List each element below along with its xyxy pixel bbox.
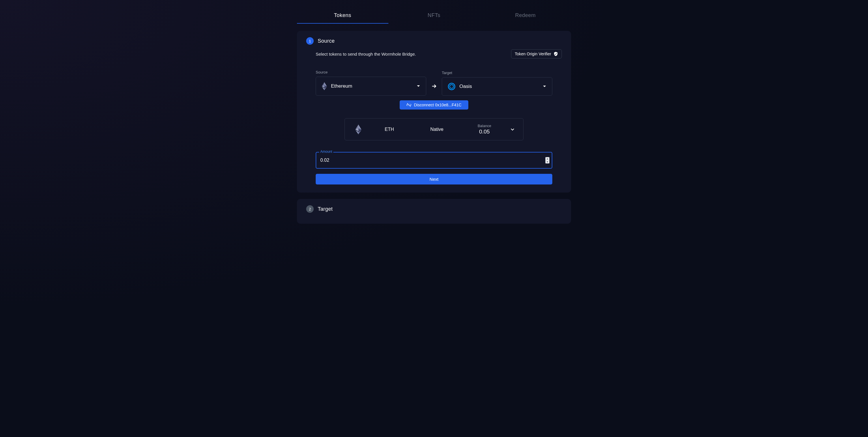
token-selector[interactable]: ETH Native Balance 0.05 (345, 118, 523, 140)
token-origin-verifier-button[interactable]: Token Origin Verifier (511, 49, 562, 59)
disconnect-label: Disconnect 0x10e8...F41C (414, 103, 462, 107)
source-step-header: 1 Source (306, 37, 562, 45)
token-type: Native (413, 127, 461, 132)
ethereum-icon (355, 125, 362, 134)
unlink-icon (407, 103, 411, 107)
target-card: 2 Target (297, 199, 571, 224)
ethereum-icon (322, 82, 327, 90)
source-card: 1 Source Select tokens to send through t… (297, 31, 571, 193)
next-button[interactable]: Next (316, 174, 552, 184)
target-chain-label: Target (442, 71, 552, 75)
source-chain-label: Source (316, 70, 426, 74)
token-symbol: ETH (366, 127, 413, 132)
target-title: Target (318, 206, 333, 212)
arrow-right-icon (431, 83, 437, 96)
amount-input[interactable] (316, 152, 552, 169)
target-step-header: 2 Target (306, 205, 562, 213)
source-chain-value: Ethereum (331, 83, 352, 89)
balance-value: 0.05 (461, 129, 508, 135)
target-chain-value: Oasis (459, 83, 472, 89)
chevron-down-icon (543, 85, 546, 88)
main-tabs: Tokens NFTs Redeem (297, 7, 571, 24)
shield-check-icon (554, 52, 558, 56)
step-number-1: 1 (306, 37, 314, 45)
chevron-down-icon (417, 85, 420, 87)
verifier-label: Token Origin Verifier (515, 52, 551, 56)
tab-redeem[interactable]: Redeem (479, 7, 571, 24)
source-chain-select[interactable]: Ethereum (316, 77, 426, 96)
svg-point-0 (448, 83, 455, 90)
source-title: Source (318, 38, 335, 44)
stepper-up[interactable]: ▲ (546, 157, 550, 160)
tab-tokens[interactable]: Tokens (297, 7, 389, 24)
svg-point-1 (450, 85, 454, 89)
tab-nfts[interactable]: NFTs (389, 7, 480, 24)
oasis-icon (448, 83, 455, 90)
step-number-2: 2 (306, 205, 314, 213)
stepper-down[interactable]: ▼ (546, 160, 550, 163)
target-chain-select[interactable]: Oasis (442, 77, 552, 96)
amount-stepper[interactable]: ▲ ▼ (546, 157, 550, 163)
balance-label: Balance (461, 124, 508, 128)
amount-label: Amount (319, 149, 333, 154)
chevron-down-icon (511, 128, 514, 131)
source-subtitle: Select tokens to send through the Wormho… (306, 52, 416, 57)
disconnect-button[interactable]: Disconnect 0x10e8...F41C (400, 100, 469, 109)
